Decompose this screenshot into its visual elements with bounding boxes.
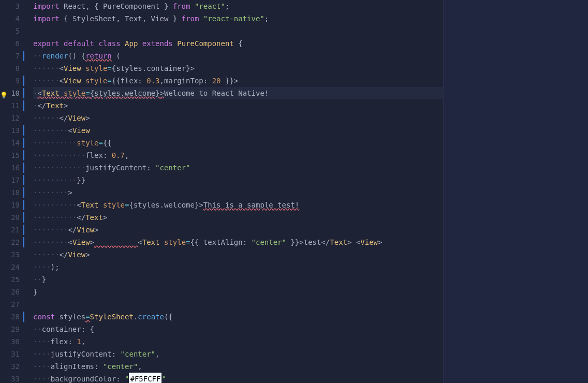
line-number: 24 [0,261,20,273]
line-number: 14 [0,137,20,149]
color-swatch: #F5FCFF [129,373,161,383]
line-number: 6 [0,37,20,50]
code-editor[interactable]: 💡 3 4 5 6 7 8 9 10 11 12 13 14 15 16 17 … [0,0,588,383]
line-number: 11 [0,99,20,112]
line-number: 30 [0,335,20,348]
line-number: 29 [0,323,20,335]
line-number: 23 [0,248,20,261]
line-number: 5 [0,25,20,37]
line-number-gutter: 3 4 5 6 7 8 9 10 11 12 13 14 15 16 17 18… [0,0,26,383]
line-number: 3 [0,0,20,12]
line-number: 16 [0,161,20,174]
line-number: 26 [0,286,20,298]
line-number: 33 [0,373,20,383]
line-number: 19 [0,199,20,211]
line-number: 8 [0,62,20,75]
line-number: 12 [0,112,20,124]
right-panel [443,0,588,383]
line-number: 31 [0,348,20,360]
line-number: 25 [0,273,20,286]
line-number: 18 [0,186,20,199]
line-number: 4 [0,12,20,25]
line-number: 7 [0,50,20,62]
line-number: 21 [0,224,20,236]
line-number: 22 [0,236,20,248]
line-number: 17 [0,174,20,186]
line-number: 27 [0,298,20,311]
line-number: 10 [0,87,20,99]
line-number: 13 [0,124,20,137]
line-number: 9 [0,75,20,87]
line-number: 20 [0,211,20,224]
line-number: 32 [0,360,20,373]
line-number: 28 [0,311,20,323]
line-number: 15 [0,149,20,161]
